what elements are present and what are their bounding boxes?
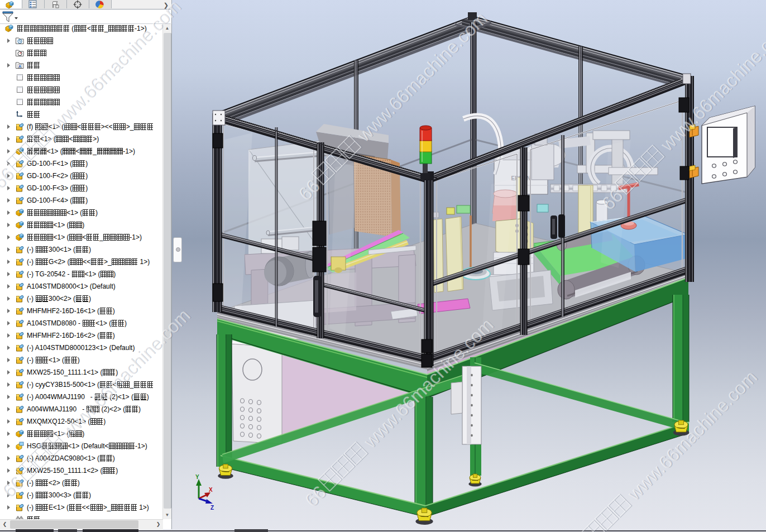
svg-text:Y: Y <box>195 474 199 480</box>
svg-text:X: X <box>209 487 213 493</box>
svg-text:Z: Z <box>210 505 214 511</box>
